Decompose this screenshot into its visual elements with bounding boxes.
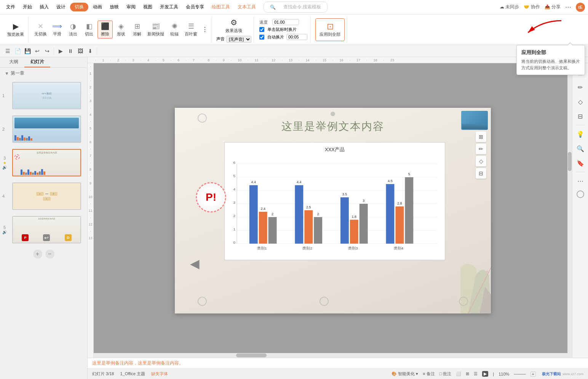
qb-new[interactable]: 📄 [13,46,22,56]
menu-devtools[interactable]: 开发工具 [157,3,181,11]
tab-slides[interactable]: 幻灯片 [24,57,50,67]
apply-all-button[interactable]: ⊡ 应用到全部 [315,18,345,41]
qb-save[interactable]: 💾 [23,46,32,56]
grid-view-btn[interactable]: ⊞ [466,371,469,376]
speed-input[interactable] [272,19,299,25]
scrollbar-thumb[interactable] [568,152,572,171]
slide-num-3: 3 [3,156,6,160]
tab-outline[interactable]: 大纲 [3,57,24,67]
transition-smooth[interactable]: ⟹ 平滑 [50,21,65,38]
slide-canvas: 这里是举例文本内容 ⊞ ✏ ◇ ⊟ [175,108,491,313]
transition-fade[interactable]: ◑ 淡出 [66,21,81,38]
slide-item-5[interactable]: 5 🔊 这里是举例文本内容 P ↩ O [8,214,85,245]
qb-undo[interactable]: ↩ [33,46,42,56]
play-btn[interactable]: ▶ [482,371,488,377]
transition-wipe[interactable]: ⬛ 擦除 [97,21,113,38]
slide-item-3[interactable]: 3 ★ 🔊 这里是举例文本内容 [8,147,85,178]
slide-item-1[interactable]: 1 PPT教程 演示文稿 [8,80,85,111]
svg-text:类别3: 类别3 [348,246,358,250]
menu-review[interactable]: 审阅 [123,3,139,11]
qb-menu[interactable]: ☰ [3,46,12,56]
transition-none[interactable]: ✕ 无切换 [32,21,49,38]
rp-dots-btn[interactable]: ⋯ [574,174,587,187]
slide-item-2[interactable]: 2 [8,114,85,144]
normal-view-btn[interactable]: ⬜ [456,371,461,376]
slide-thumb-2[interactable] [12,115,81,143]
slide-thumb-5[interactable]: 这里是举例文本内容 P ↩ O [12,216,81,243]
svg-text:3.5: 3.5 [342,192,347,196]
rp-search-btn[interactable]: 🔍 [574,142,587,155]
slide-thumb-3-active[interactable]: 这里是举例文本内容 [12,149,81,176]
add-slide-btn[interactable]: + [33,249,42,259]
slide-thumb-1[interactable]: PPT教程 演示文稿 [12,82,81,109]
chapter-title[interactable]: ▼ 第一章 [0,68,87,79]
comments-btn[interactable]: ≡ 备注 [423,371,435,377]
share-btn[interactable]: 📤 分享 [545,4,561,10]
status-right: 🎨 智能美化 ▾ ≡ 备注 □ 批注 ⬜ ⊞ ☰ ▶ | 110% ──── + [391,371,536,377]
rp-bulb-btn[interactable]: 💡 [574,128,587,141]
review-btn[interactable]: □ 批注 [439,371,452,377]
transition-shape[interactable]: ◈ 形状 [113,21,129,38]
rp-copy-btn[interactable]: ⊟ [574,110,587,123]
corner-layers-btn[interactable]: ⊞ [476,131,486,142]
smart-beautify-btn[interactable]: 🎨 智能美化 ▾ [391,371,418,377]
slide-corner-image[interactable] [461,111,488,130]
tooltip-apply-all: 应用到全部 将当前的切换动画、效果和换片方式应用到整个演示文稿。 [516,45,585,75]
slide-item-4[interactable]: 4 A B C [8,181,85,211]
qb-redo[interactable]: ↪ [43,46,52,56]
transition-news[interactable]: 📰 新闻快报 [145,21,166,38]
menu-member[interactable]: 会员专享 [183,3,207,11]
transition-dissolve[interactable]: ⊞ 溶解 [129,21,145,38]
auto-switch-input[interactable] [286,34,307,40]
svg-point-2 [484,277,486,279]
slide-thumb-4[interactable]: A B C [12,182,81,210]
qb-pause[interactable]: ⏸ [66,46,75,56]
transition-more[interactable]: ⋮ [200,25,210,34]
qb-image[interactable]: 🖼 [76,46,85,56]
menu-drawing-tools[interactable]: 绘图工具 [209,3,233,11]
scrollbar-horizontal[interactable] [94,353,567,358]
outline-view-btn[interactable]: ☰ [474,371,478,376]
zoom-in-btn[interactable]: + [530,371,536,377]
sound-select[interactable]: [无声音] [226,36,251,43]
rp-diamond-btn[interactable]: ◇ [574,95,587,108]
menu-transition[interactable]: 切换 [70,3,88,11]
menu-insert[interactable]: 插入 [37,3,52,11]
auto-switch-checkbox[interactable] [259,35,264,40]
qb-download[interactable]: ⬇ [86,46,95,56]
tooltip-body: 将当前的切换动画、效果和换片方式应用到整个演示文稿。 [521,58,580,71]
svg-text:2: 2 [233,213,235,217]
preview-btn[interactable]: ▶ 预览效果 [5,21,26,38]
single-mouse-checkbox[interactable] [259,27,264,32]
corner-diamond-btn[interactable]: ◇ [476,156,486,166]
menu-design[interactable]: 设计 [53,3,69,11]
qb-play[interactable]: ▶ [56,46,65,56]
transition-wheel[interactable]: ✺ 轮辐 [167,21,182,38]
corner-pencil-btn[interactable]: ✏ [476,144,486,154]
corner-copy-btn[interactable]: ⊟ [476,168,486,179]
rp-pencil-btn[interactable]: ✏ [574,81,587,94]
transition-blinds[interactable]: ☰ 百叶窗 [183,21,199,38]
remove-slide-btn[interactable]: − [45,249,54,259]
logo-url: www.xz7.com [562,372,583,376]
more-btn[interactable]: ⋯ [565,3,571,11]
sync-btn[interactable]: ☁ 未同步 [500,4,519,10]
menu-home[interactable]: 开始 [20,3,35,11]
zoom-slider[interactable]: ──── [514,372,526,376]
effects-btn[interactable]: ⚙ 效果选项 [224,17,244,35]
transition-cut[interactable]: ◧ 切出 [81,21,97,38]
scrollbar-thumb-h[interactable] [236,353,267,357]
user-avatar[interactable]: tE [576,3,585,12]
svg-text:4: 4 [233,187,235,191]
menu-animation[interactable]: 动画 [90,3,105,11]
rp-bookmark-btn[interactable]: 🔖 [574,157,587,170]
menu-file[interactable]: 文件 [3,3,18,11]
menu-view[interactable]: 视图 [140,3,155,11]
chapter-arrow[interactable]: ▼ [5,71,9,76]
menu-text-tools[interactable]: 文本工具 [235,3,259,11]
search-box[interactable]: 🔍 查找命令,搜索模板 [264,2,328,13]
menu-slideshow[interactable]: 放映 [107,3,122,11]
separator: | [493,372,494,376]
collab-btn[interactable]: 🤝 协作 [524,4,540,10]
scrollbar-vertical[interactable] [567,63,572,358]
